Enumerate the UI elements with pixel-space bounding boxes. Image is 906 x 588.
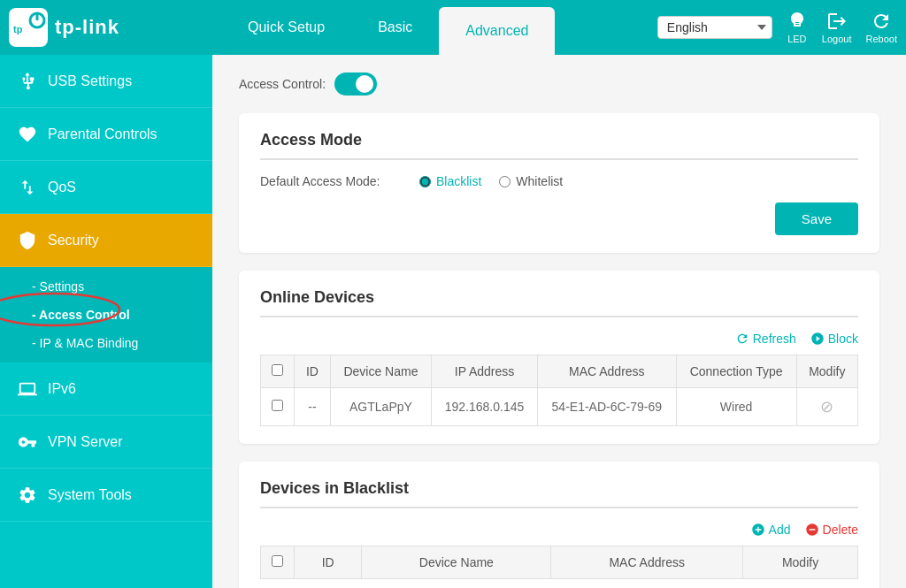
block-action-icon[interactable]: ⊘ xyxy=(820,398,833,416)
refresh-label: Refresh xyxy=(753,332,796,346)
select-all-online[interactable] xyxy=(272,364,283,376)
col-checkbox xyxy=(261,355,295,388)
reboot-label: Reboot xyxy=(866,34,897,44)
access-control-label: Access Control: xyxy=(239,77,326,91)
access-mode-field-row: Default Access Mode: Blacklist Whitelist xyxy=(260,174,858,188)
blacklist-label: Blacklist xyxy=(436,174,481,188)
col-connection-type: Connection Type xyxy=(676,355,796,388)
main-content: Access Control: Access Mode Default Acce… xyxy=(212,55,906,588)
logout-button[interactable]: Logout xyxy=(822,11,852,44)
save-button[interactable]: Save xyxy=(775,202,858,235)
sidebar-item-ipv6[interactable]: IPv6 xyxy=(0,363,212,416)
reboot-button[interactable]: Reboot xyxy=(866,11,897,44)
tab-basic[interactable]: Basic xyxy=(351,0,439,55)
usb-icon xyxy=(18,72,37,91)
monitor-icon xyxy=(18,379,37,399)
blacklist-radio[interactable] xyxy=(419,176,431,187)
sidebar-item-usb-settings[interactable]: USB Settings xyxy=(0,55,212,108)
sidebar-item-security-label: Security xyxy=(48,233,99,248)
logo-area: tp tp-link xyxy=(9,8,221,47)
logout-icon xyxy=(826,11,848,32)
sidebar-subitem-settings[interactable]: - Settings xyxy=(0,272,212,301)
sidebar-item-security[interactable]: Security xyxy=(0,214,212,267)
col-mac-address: MAC Address xyxy=(538,355,677,388)
bl-col-device-name: Device Name xyxy=(362,546,551,579)
add-label: Add xyxy=(769,523,791,537)
add-icon xyxy=(751,523,765,537)
sidebar: USB Settings Parental Controls QoS Secur… xyxy=(0,55,212,588)
sidebar-item-vpn[interactable]: VPN Server xyxy=(0,416,212,469)
arrows-icon xyxy=(18,178,37,197)
sidebar-item-parental-controls[interactable]: Parental Controls xyxy=(0,108,212,161)
blacklist-table: ID Device Name MAC Address Modify xyxy=(260,546,858,579)
logo-text: tp-link xyxy=(55,16,119,39)
online-devices-header-row: ID Device Name IP Address MAC Address Co… xyxy=(261,355,858,388)
row-mac: 54-E1-AD-6C-79-69 xyxy=(538,388,677,426)
block-button[interactable]: Block xyxy=(810,332,858,346)
access-mode-radio-group: Blacklist Whitelist xyxy=(419,174,563,188)
led-icon xyxy=(787,11,808,32)
bl-col-id: ID xyxy=(295,546,362,579)
delete-icon xyxy=(805,523,819,537)
sidebar-subitem-access-control[interactable]: - Access Control xyxy=(0,301,148,329)
online-devices-thead: ID Device Name IP Address MAC Address Co… xyxy=(261,355,858,388)
add-button[interactable]: Add xyxy=(751,523,791,537)
whitelist-radio-option[interactable]: Whitelist xyxy=(499,174,563,188)
access-mode-field-label: Default Access Mode: xyxy=(260,174,402,188)
save-row: Save xyxy=(260,202,858,235)
access-mode-title: Access Mode xyxy=(260,131,858,160)
block-label: Block xyxy=(828,332,858,346)
blacklist-actions: Add Delete xyxy=(260,523,858,537)
sidebar-item-vpn-label: VPN Server xyxy=(48,434,122,450)
sidebar-item-parental-label: Parental Controls xyxy=(48,126,157,142)
sidebar-security-submenu: - Settings - Access Control - IP & MAC B… xyxy=(0,267,212,363)
delete-button[interactable]: Delete xyxy=(805,523,858,537)
bl-col-mac: MAC Address xyxy=(551,546,743,579)
online-devices-table: ID Device Name IP Address MAC Address Co… xyxy=(260,355,858,426)
blacklist-title: Devices in Blacklist xyxy=(260,479,858,508)
sidebar-item-system-tools[interactable]: System Tools xyxy=(0,469,212,522)
refresh-icon xyxy=(735,332,749,346)
whitelist-radio[interactable] xyxy=(499,176,511,187)
whitelist-label: Whitelist xyxy=(516,174,563,188)
sidebar-item-usb-label: USB Settings xyxy=(48,73,132,89)
language-select[interactable]: English Chinese French xyxy=(657,16,772,39)
heart-icon xyxy=(18,125,37,144)
reboot-icon xyxy=(871,11,892,32)
row-modify: ⊘ xyxy=(796,388,857,426)
header: tp tp-link Quick Setup Basic Advanced En… xyxy=(0,0,906,55)
col-device-name: Device Name xyxy=(330,355,431,388)
key-icon xyxy=(18,432,37,452)
sidebar-item-ipv6-label: IPv6 xyxy=(48,381,76,397)
blacklist-header-row: ID Device Name MAC Address Modify xyxy=(261,546,858,579)
row-id: -- xyxy=(295,388,331,426)
access-control-toggle[interactable] xyxy=(334,73,377,95)
table-row: -- AGTLaPpY 192.168.0.145 54-E1-AD-6C-79… xyxy=(261,388,858,426)
row-select[interactable] xyxy=(272,400,283,411)
col-id: ID xyxy=(295,355,331,388)
blacklist-radio-option[interactable]: Blacklist xyxy=(419,174,481,188)
tab-advanced[interactable]: Advanced xyxy=(439,7,555,55)
tplink-logo-icon: tp xyxy=(9,8,48,47)
bl-col-checkbox xyxy=(261,546,295,579)
led-button[interactable]: LED xyxy=(787,11,808,44)
row-checkbox xyxy=(261,388,295,426)
online-devices-section: Online Devices Refresh Block xyxy=(239,271,879,444)
logout-label: Logout xyxy=(822,34,852,44)
gear-icon xyxy=(18,485,37,505)
select-all-blacklist[interactable] xyxy=(272,555,283,567)
layout: USB Settings Parental Controls QoS Secur… xyxy=(0,55,906,588)
row-connection-type: Wired xyxy=(676,388,796,426)
svg-text:tp: tp xyxy=(13,24,23,34)
refresh-button[interactable]: Refresh xyxy=(735,332,796,346)
nav-tabs: Quick Setup Basic Advanced xyxy=(221,0,657,55)
sidebar-item-system-tools-label: System Tools xyxy=(48,487,132,503)
shield-icon xyxy=(18,231,37,250)
sidebar-item-qos[interactable]: QoS xyxy=(0,161,212,214)
col-modify: Modify xyxy=(796,355,857,388)
delete-label: Delete xyxy=(823,523,858,537)
row-ip: 192.168.0.145 xyxy=(432,388,538,426)
blacklist-section: Devices in Blacklist Add Delete xyxy=(239,462,879,588)
tab-quick-setup[interactable]: Quick Setup xyxy=(221,0,351,55)
sidebar-subitem-ip-mac[interactable]: - IP & MAC Binding xyxy=(0,329,212,357)
